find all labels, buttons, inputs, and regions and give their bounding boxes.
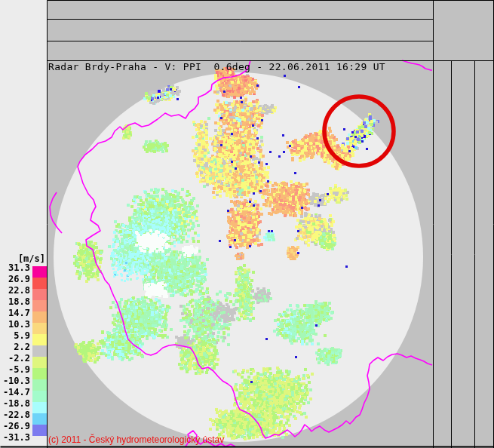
legend-color-band	[32, 334, 47, 345]
legend-color-band	[32, 323, 47, 334]
legend-color-band	[32, 266, 47, 278]
legend-color-band	[32, 368, 47, 379]
legend-value: 18.8	[0, 296, 30, 307]
legend-value: -2.2	[0, 353, 30, 364]
copyright-notice: (c) 2011 - Český hydrometeorologický úst…	[48, 434, 224, 445]
legend-color-band	[32, 300, 47, 311]
legend-color-band	[32, 391, 47, 402]
legend-value: -22.8	[0, 410, 30, 420]
legend-color-band	[32, 278, 47, 289]
legend-color-band	[32, 379, 47, 391]
legend-value: 31.3	[0, 262, 30, 273]
legend-color-band	[32, 413, 47, 425]
legend-color-band	[32, 357, 47, 368]
legend-color-band	[32, 289, 47, 300]
legend-value: -10.3	[0, 376, 30, 386]
legend-color-band	[32, 311, 47, 323]
legend-value: 5.9	[0, 330, 30, 341]
legend-color-band	[32, 345, 47, 357]
legend-value: 10.3	[0, 319, 30, 330]
legend-value: -18.8	[0, 398, 30, 409]
legend-value: -14.7	[0, 387, 30, 397]
legend-value: 26.9	[0, 274, 30, 284]
velocity-legend: [m/s] 31.326.922.818.814.710.35.92.2-2.2…	[0, 0, 47, 448]
legend-value: -31.3	[0, 432, 30, 443]
product-title: Radar Brdy-Praha - V: PPI 0.6deg - 22.06…	[48, 62, 385, 72]
radar-product-window: Radar Brdy-Praha - V: PPI 0.6deg - 22.06…	[0, 0, 494, 448]
legend-value: 22.8	[0, 285, 30, 296]
legend-value: -5.9	[0, 364, 30, 375]
legend-color-band	[32, 425, 47, 436]
legend-value: 2.2	[0, 342, 30, 352]
legend-value: -26.9	[0, 421, 30, 431]
legend-value: 14.7	[0, 308, 30, 318]
legend-color-band	[32, 402, 47, 413]
